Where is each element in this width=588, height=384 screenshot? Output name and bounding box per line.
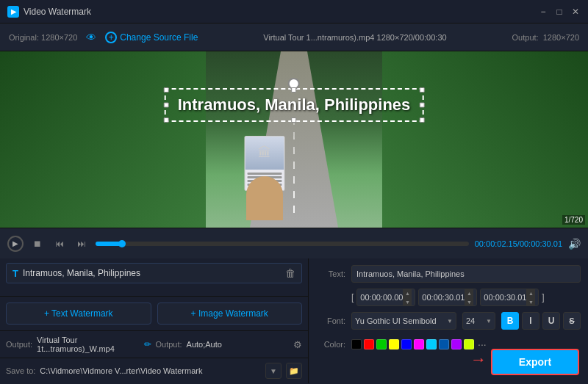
app-window: ▶ Video Watermark − □ ✕ Original: 1280×7… — [0, 0, 588, 384]
resize-handle-tm[interactable] — [291, 87, 296, 93]
watermark-text-overlay[interactable]: Intramuos, Manila, Philippines — [165, 88, 424, 122]
watermark-text-display: Intramuos, Manila, Philippines — [178, 95, 411, 114]
top-bar: Original: 1280×720 👁 + Change Source Fil… — [0, 23, 588, 51]
bracket-open-icon: [ — [351, 292, 354, 303]
color-swatch-3[interactable] — [389, 339, 399, 349]
add-image-watermark-button[interactable]: + Image Watermark — [157, 303, 303, 325]
minimize-button[interactable]: − — [538, 7, 548, 17]
start-time-up[interactable]: ▲ — [403, 289, 412, 297]
app-icon: ▶ — [7, 6, 19, 18]
output-label-2: Output: — [156, 340, 182, 349]
bold-button[interactable]: B — [501, 312, 519, 330]
text-property-input[interactable] — [351, 265, 581, 283]
color-label: Color: — [316, 340, 345, 349]
color-swatch-1[interactable] — [364, 339, 374, 349]
original-label: Original: 1280×720 — [9, 33, 77, 42]
end-time-spinner: ▲ ▼ — [465, 289, 473, 306]
add-text-watermark-button[interactable]: + Text Watermark — [6, 303, 151, 325]
play-button[interactable]: ▶ — [7, 236, 24, 252]
font-size-select[interactable]: 24 ▼ — [462, 312, 495, 330]
progress-bar[interactable] — [96, 242, 469, 246]
start-time-down[interactable]: ▼ — [403, 297, 412, 306]
bracket-close-icon: ] — [542, 292, 544, 303]
delete-watermark-button[interactable]: 🗑 — [285, 267, 295, 279]
font-label: Font: — [316, 316, 345, 325]
time-range-row: [ 00:00:00.00 ▲ ▼ 00:00:30.01 ▲ ▼ — [316, 288, 581, 307]
output-label-1: Output: — [6, 340, 32, 349]
format-buttons: B I U S — [501, 312, 581, 330]
duration-up[interactable]: ▲ — [526, 289, 535, 297]
hand-element — [246, 176, 283, 220]
watermark-list-item[interactable]: T Intramuos, Manila, Philippines 🗑 — [6, 263, 302, 283]
font-property-row: Font: Yu Gothic UI Semibold ▼ 24 ▼ B I U… — [316, 311, 581, 330]
duration-down[interactable]: ▼ — [526, 297, 535, 306]
color-swatch-5[interactable] — [414, 339, 424, 349]
output-info: Output: 1280×720 — [512, 33, 579, 42]
start-time-spinner: ▲ ▼ — [403, 289, 412, 306]
file-info: Virtual Tour 1...ntramuros).mp4 1280×720… — [207, 33, 503, 42]
font-name-chevron: ▼ — [447, 318, 453, 325]
timestamp-badge: 1/720 — [562, 215, 585, 225]
volume-icon[interactable]: 🔊 — [568, 238, 581, 250]
end-time-input[interactable]: 00:00:30.01 ▲ ▼ — [418, 289, 477, 306]
color-swatch-6[interactable] — [426, 339, 437, 349]
save-to-label: Save to: — [6, 366, 35, 375]
strikethrough-button[interactable]: S — [563, 312, 581, 330]
output-format: Auto;Auto — [187, 340, 289, 349]
text-property-label: Text: — [316, 269, 345, 278]
time-inputs: [ 00:00:00.00 ▲ ▼ 00:00:30.01 ▲ ▼ — [351, 289, 581, 306]
save-path-dropdown[interactable]: ▼ — [265, 363, 282, 379]
next-frame-button[interactable]: ⏭ — [74, 236, 90, 252]
color-swatch-4[interactable] — [401, 339, 412, 349]
open-folder-button[interactable]: 📁 — [286, 363, 302, 379]
font-name-select[interactable]: Yu Gothic UI Semibold ▼ — [351, 312, 456, 330]
settings-gear-icon[interactable]: ⚙ — [293, 339, 302, 350]
save-row: Save to: C:\Vidmore\Vidmore V...rter\Vid… — [0, 358, 308, 383]
card-image: 🏛 — [245, 137, 284, 170]
person-card: 🏛 — [232, 132, 298, 220]
maximize-button[interactable]: □ — [554, 7, 564, 17]
more-colors-button[interactable]: ··· — [478, 338, 487, 350]
progress-thumb[interactable] — [118, 240, 126, 247]
color-swatch-0[interactable] — [351, 339, 362, 349]
prev-frame-button[interactable]: ⏮ — [51, 236, 68, 252]
resize-handle-ml[interactable] — [164, 103, 169, 108]
playback-bar: ▶ ⏹ ⏮ ⏭ 00:00:02.15/00:00:30.01 🔊 — [0, 228, 588, 258]
resize-handle-tl[interactable] — [164, 87, 169, 93]
trees-right — [382, 51, 588, 228]
plus-circle-icon: + — [105, 32, 117, 43]
export-button[interactable]: Export — [491, 349, 579, 375]
output-filename: Virtual Tour 1t...tramuros)_W.mp4 — [37, 336, 139, 353]
end-time-down[interactable]: ▼ — [465, 297, 473, 306]
text-property-row: Text: — [316, 264, 581, 283]
time-display: 00:00:02.15/00:00:30.01 — [475, 239, 562, 248]
title-bar: ▶ Video Watermark − □ ✕ — [0, 0, 588, 23]
underline-button[interactable]: U — [542, 312, 560, 330]
color-swatch-9[interactable] — [464, 339, 474, 349]
color-swatch-7[interactable] — [439, 339, 449, 349]
resize-handle-br[interactable] — [419, 117, 424, 123]
end-time-up[interactable]: ▲ — [465, 289, 473, 297]
resize-handle-mr[interactable] — [419, 103, 424, 108]
color-swatch-8[interactable] — [451, 339, 462, 349]
watermark-list: T Intramuos, Manila, Philippines 🗑 — [0, 258, 308, 296]
close-button[interactable]: ✕ — [570, 7, 581, 17]
resize-handle-tr[interactable] — [419, 87, 424, 93]
eye-icon[interactable]: 👁 — [86, 32, 96, 43]
color-swatches: ··· — [351, 338, 487, 350]
resize-handle-bm[interactable] — [291, 117, 296, 123]
arrow-indicator: → — [470, 350, 487, 369]
italic-button[interactable]: I — [522, 312, 539, 330]
duration-spinner: ▲ ▼ — [526, 289, 535, 306]
duration-input[interactable]: 00:00:30.01 ▲ ▼ — [480, 289, 539, 306]
resize-handle-bl[interactable] — [164, 117, 169, 123]
output-row: Output: Virtual Tour 1t...tramuros)_W.mp… — [0, 330, 308, 358]
edit-output-icon[interactable]: ✏ — [144, 339, 151, 349]
left-panel: T Intramuos, Manila, Philippines 🗑 + Tex… — [0, 258, 309, 383]
window-controls: − □ ✕ — [538, 7, 581, 17]
stop-button[interactable]: ⏹ — [29, 236, 46, 252]
change-source-button[interactable]: + Change Source File — [105, 32, 198, 43]
app-title: Video Watermark — [24, 7, 538, 17]
color-swatch-2[interactable] — [376, 339, 387, 349]
start-time-input[interactable]: 00:00:00.00 ▲ ▼ — [356, 289, 415, 306]
